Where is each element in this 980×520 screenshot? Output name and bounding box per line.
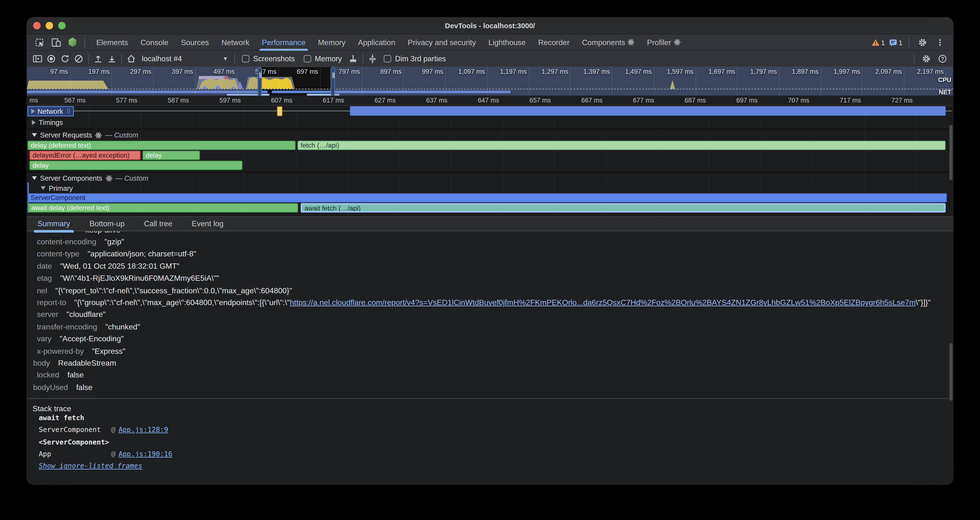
device-toolbar-icon[interactable] [49,36,63,48]
event-bar-await-fetch-selected[interactable]: await fetch (…/api) [301,203,946,212]
tab-components[interactable]: Components [576,34,641,50]
ruler-tick-label: 687 ms [685,97,706,104]
details-tab-call-tree[interactable]: Call tree [140,216,177,231]
details-tab-summary[interactable]: Summary [33,216,74,231]
record-icon[interactable] [45,52,58,65]
timings-track-header[interactable]: Timings [32,119,63,126]
divider [914,54,915,64]
event-bar-delay-deferred[interactable]: delay (deferred text) [27,141,296,150]
tab-recorder[interactable]: Recorder [532,34,576,50]
load-profile-icon[interactable] [91,52,105,65]
garbage-collect-icon[interactable] [346,52,360,65]
tabstrip-left-icons [30,36,90,48]
detail-row-transfer-encoding: transfer-encoding"chunked" [27,321,953,333]
network-track-header[interactable]: Network [27,106,74,116]
ruler-unit-label: ms [29,97,38,104]
detail-key: x-powered-by [37,347,84,355]
tab-privacy-and-security[interactable]: Privacy and security [401,34,482,50]
selection-handle-right[interactable] [331,67,335,95]
help-icon[interactable]: ? [935,52,950,65]
details-tab-event-log[interactable]: Event log [188,216,228,231]
dim-3rd-parties-checkbox[interactable]: Dim 3rd parties [384,54,446,63]
minimap-time-label: 97 ms [50,68,68,75]
tab-sources[interactable]: Sources [175,34,215,50]
atom-icon [674,39,681,46]
source-location-link[interactable]: App.js:128:9 [118,426,168,434]
tab-profiler[interactable]: Profiler [641,34,687,50]
inspect-element-icon[interactable] [33,36,47,48]
atom-icon [95,132,102,139]
reload-record-icon[interactable] [58,52,72,65]
ruler-tick-label: 637 ms [426,97,447,104]
timings-track-label: Timings [39,119,63,126]
extension-icon[interactable] [65,36,80,48]
at-symbol: @ [111,450,115,458]
event-bar-delay[interactable]: delay [143,151,200,160]
event-bar-await-delay[interactable]: await delay (deferred text) [28,203,298,212]
checkbox-box [384,55,391,62]
network-request-bar[interactable] [277,106,282,116]
timeline-overview[interactable]: 97 ms197 ms297 ms397 ms497 ms597 ms697 m… [27,66,953,96]
screenshots-checkbox[interactable]: Screenshots [242,54,295,63]
stack-frame-function: App [39,450,111,458]
report-endpoint-link[interactable]: https://a.nel.cloudflare.com/report/v4?s… [290,298,916,307]
tab-memory[interactable]: Memory [312,34,352,50]
tab-label: Privacy and security [408,34,476,50]
clear-icon[interactable] [72,52,86,65]
detail-value: "Accept-Encoding" [60,334,124,343]
panel-settings-gear-icon[interactable] [920,52,933,65]
event-bar-delay[interactable]: delay [29,161,243,170]
ruler-tick-label: 587 ms [168,97,189,104]
minimap-gridline [445,67,446,95]
collapse-tracks-icon[interactable] [366,52,379,65]
server-components-track-header[interactable]: Server Components — Custom [32,174,148,182]
settings-gear-icon[interactable] [916,36,929,48]
screenshots-label: Screenshots [253,54,295,63]
window-titlebar: DevTools - localhost:3000/ [27,17,953,34]
event-label: delay [33,161,49,169]
show-ignore-listed-frames-link[interactable]: Show ignore-listed frames [39,462,142,471]
stack-frame: App@App.js:190:16 [39,448,953,460]
kebab-menu-icon[interactable] [933,36,947,48]
devtools-tabstrip: ElementsConsoleSourcesNetworkPerformance… [27,34,953,50]
tab-lighthouse[interactable]: Lighthouse [482,34,532,50]
home-icon[interactable] [124,52,138,65]
tab-elements[interactable]: Elements [90,34,134,50]
atom-icon [628,39,635,46]
source-location-link[interactable]: App.js:190:16 [118,450,172,458]
minimap-time-label: 2,197 ms [917,68,943,75]
tab-network[interactable]: Network [215,34,256,50]
detail-row-x-powered-by: x-powered-by"Express" [27,345,953,357]
save-profile-icon[interactable] [105,52,119,65]
tab-application[interactable]: Application [352,34,401,50]
tab-performance[interactable]: Performance [256,34,312,50]
tab-label: Performance [262,34,305,50]
detail-key: content-type [37,250,80,258]
stack-frame-function: ServerComponent [39,426,111,434]
tab-console[interactable]: Console [134,34,175,50]
event-bar-fetch-api[interactable]: fetch (…/api) [298,141,946,150]
history-select[interactable]: localhost #4 ▼ [138,54,232,63]
minimap-gridline [111,67,112,95]
details-tab-bottom-up[interactable]: Bottom-up [85,216,129,231]
ruler-tick-label: 647 ms [478,97,499,104]
selection-handle-left[interactable] [258,67,262,95]
detail-key: etag [37,274,52,283]
event-bar-delayed-error[interactable]: delayedError (…ayed exception) [29,151,141,160]
detail-key: body [33,359,50,367]
stack-trace-title: Stack trace [27,399,953,412]
event-bar-server-component[interactable]: ServerComponent [27,193,947,202]
tracks-scrollbar-thumb[interactable] [949,125,952,180]
detail-value: "Wed, 01 Oct 2025 18:32:01 GMT" [60,262,180,270]
toggle-sidebar-icon[interactable] [30,52,45,65]
stack-frame-function: await fetch [39,413,84,422]
messages-badge[interactable]: 1 [889,38,902,46]
primary-group-header[interactable]: Primary [40,184,73,192]
minimap-gridline [779,67,780,95]
event-label: delay [146,151,162,159]
server-requests-track-header[interactable]: Server Requests — Custom [32,131,138,139]
network-request-bar[interactable] [350,107,945,116]
memory-checkbox[interactable]: Memory [304,54,342,63]
details-scrollbar-thumb[interactable] [949,343,952,401]
warnings-badge[interactable]: 1 [871,38,885,46]
